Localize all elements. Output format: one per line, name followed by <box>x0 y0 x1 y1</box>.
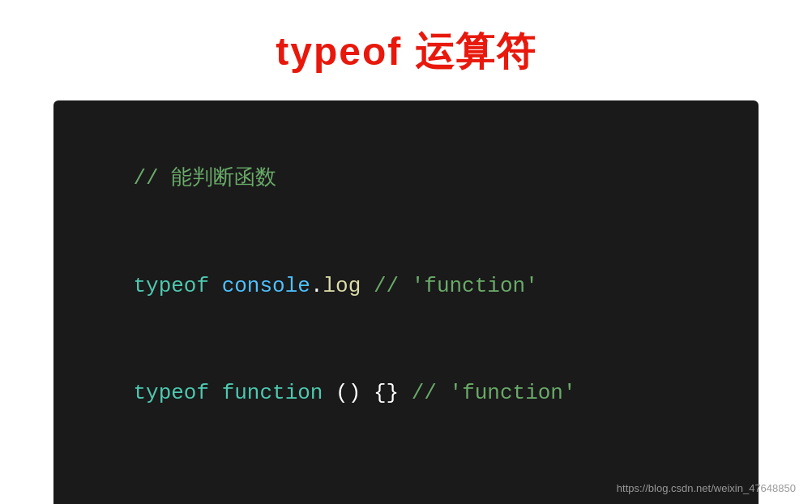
code-line-1: typeof console.log // 'function' <box>83 233 729 340</box>
log-method: log <box>323 274 361 298</box>
blank-line-1 <box>83 447 729 463</box>
comment-line2: // 'function' <box>412 381 576 405</box>
code-block: // 能判断函数 typeof console.log // 'function… <box>53 100 759 504</box>
code-line-2: typeof function () {} // 'function' <box>83 340 729 447</box>
keyword-function: function <box>222 381 323 405</box>
comment-line-1: // 能判断函数 <box>83 125 729 233</box>
comment-1: // 能判断函数 <box>133 166 276 190</box>
console-identifier: console <box>222 274 310 298</box>
keyword-typeof-2: typeof <box>133 381 209 405</box>
page-title: typeof 运算符 <box>276 26 536 78</box>
footer-url: https://blog.csdn.net/weixin_47648850 <box>617 482 796 494</box>
comment-line1: // 'function' <box>374 274 538 298</box>
keyword-typeof-1: typeof <box>133 274 209 298</box>
